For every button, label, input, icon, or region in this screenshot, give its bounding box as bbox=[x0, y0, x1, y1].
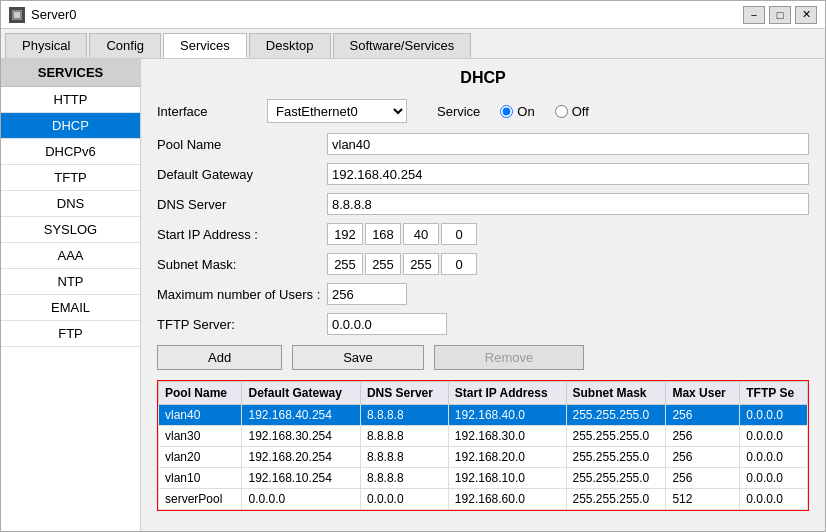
service-section: Service On Off bbox=[437, 104, 589, 119]
table-row[interactable]: serverPool0.0.0.00.0.0.0192.168.60.0255.… bbox=[159, 489, 808, 510]
col-max-user: Max User bbox=[666, 382, 740, 405]
cell-tftp_server: 0.0.0.0 bbox=[740, 468, 808, 489]
start-ip-field-4[interactable] bbox=[441, 223, 477, 245]
tab-services[interactable]: Services bbox=[163, 33, 247, 58]
subnet-mask-fields bbox=[327, 253, 477, 275]
sidebar-item-syslog[interactable]: SYSLOG bbox=[1, 217, 140, 243]
main-content: SERVICES HTTP DHCP DHCPv6 TFTP DNS SYSLO… bbox=[1, 59, 825, 531]
subnet-mask-field-2[interactable] bbox=[365, 253, 401, 275]
interface-service-row: Interface FastEthernet0 Service On Off bbox=[157, 99, 809, 123]
tab-software-services[interactable]: Software/Services bbox=[333, 33, 472, 58]
maximize-button[interactable]: □ bbox=[769, 6, 791, 24]
sidebar-item-ntp[interactable]: NTP bbox=[1, 269, 140, 295]
sidebar-item-dhcpv6[interactable]: DHCPv6 bbox=[1, 139, 140, 165]
window-controls: − □ ✕ bbox=[743, 6, 817, 24]
tab-physical[interactable]: Physical bbox=[5, 33, 87, 58]
sidebar-item-http[interactable]: HTTP bbox=[1, 87, 140, 113]
service-on-option[interactable]: On bbox=[500, 104, 534, 119]
cell-start_ip: 192.168.10.0 bbox=[448, 468, 566, 489]
interface-select[interactable]: FastEthernet0 bbox=[267, 99, 407, 123]
main-window: Server0 − □ ✕ Physical Config Services D… bbox=[0, 0, 826, 532]
cell-pool_name: vlan20 bbox=[159, 447, 242, 468]
minimize-button[interactable]: − bbox=[743, 6, 765, 24]
remove-button[interactable]: Remove bbox=[434, 345, 584, 370]
col-start-ip: Start IP Address bbox=[448, 382, 566, 405]
cell-tftp_server: 0.0.0.0 bbox=[740, 405, 808, 426]
cell-dns_server: 0.0.0.0 bbox=[360, 489, 448, 510]
svg-rect-1 bbox=[14, 12, 20, 18]
cell-dns_server: 8.8.8.8 bbox=[360, 405, 448, 426]
col-default-gateway: Default Gateway bbox=[242, 382, 360, 405]
cell-max_user: 256 bbox=[666, 426, 740, 447]
start-ip-field-1[interactable] bbox=[327, 223, 363, 245]
subnet-mask-field-3[interactable] bbox=[403, 253, 439, 275]
cell-default_gateway: 192.168.30.254 bbox=[242, 426, 360, 447]
button-row: Add Save Remove bbox=[157, 345, 809, 370]
tftp-server-input[interactable] bbox=[327, 313, 447, 335]
table-body: vlan40192.168.40.2548.8.8.8192.168.40.02… bbox=[159, 405, 808, 510]
max-users-input[interactable] bbox=[327, 283, 407, 305]
dns-server-input[interactable] bbox=[327, 193, 809, 215]
pool-name-label: Pool Name bbox=[157, 137, 327, 152]
pool-name-input[interactable] bbox=[327, 133, 809, 155]
sidebar-item-email[interactable]: EMAIL bbox=[1, 295, 140, 321]
table-row[interactable]: vlan30192.168.30.2548.8.8.8192.168.30.02… bbox=[159, 426, 808, 447]
sidebar-header: SERVICES bbox=[1, 59, 140, 87]
dns-server-row: DNS Server bbox=[157, 193, 809, 215]
max-users-label: Maximum number of Users : bbox=[157, 287, 327, 302]
service-off-radio[interactable] bbox=[555, 105, 568, 118]
table-row[interactable]: vlan40192.168.40.2548.8.8.8192.168.40.02… bbox=[159, 405, 808, 426]
start-ip-field-3[interactable] bbox=[403, 223, 439, 245]
title-bar: Server0 − □ ✕ bbox=[1, 1, 825, 29]
cell-default_gateway: 192.168.40.254 bbox=[242, 405, 360, 426]
cell-max_user: 256 bbox=[666, 468, 740, 489]
cell-max_user: 256 bbox=[666, 405, 740, 426]
sidebar-item-ftp[interactable]: FTP bbox=[1, 321, 140, 347]
sidebar-item-dns[interactable]: DNS bbox=[1, 191, 140, 217]
dhcp-table: Pool Name Default Gateway DNS Server Sta… bbox=[158, 381, 808, 510]
subnet-mask-field-1[interactable] bbox=[327, 253, 363, 275]
cell-default_gateway: 0.0.0.0 bbox=[242, 489, 360, 510]
dns-server-label: DNS Server bbox=[157, 197, 327, 212]
cell-start_ip: 192.168.60.0 bbox=[448, 489, 566, 510]
col-pool-name: Pool Name bbox=[159, 382, 242, 405]
tftp-server-row: TFTP Server: bbox=[157, 313, 809, 335]
tab-desktop[interactable]: Desktop bbox=[249, 33, 331, 58]
dhcp-panel: DHCP Interface FastEthernet0 Service On … bbox=[141, 59, 825, 531]
service-off-label: Off bbox=[572, 104, 589, 119]
cell-start_ip: 192.168.40.0 bbox=[448, 405, 566, 426]
cell-subnet_mask: 255.255.255.0 bbox=[566, 405, 666, 426]
app-icon bbox=[9, 7, 25, 23]
default-gateway-input[interactable] bbox=[327, 163, 809, 185]
service-on-label: On bbox=[517, 104, 534, 119]
start-ip-field-2[interactable] bbox=[365, 223, 401, 245]
cell-pool_name: vlan30 bbox=[159, 426, 242, 447]
service-off-option[interactable]: Off bbox=[555, 104, 589, 119]
sidebar-item-dhcp[interactable]: DHCP bbox=[1, 113, 140, 139]
cell-start_ip: 192.168.20.0 bbox=[448, 447, 566, 468]
table-row[interactable]: vlan10192.168.10.2548.8.8.8192.168.10.02… bbox=[159, 468, 808, 489]
cell-tftp_server: 0.0.0.0 bbox=[740, 489, 808, 510]
sidebar-item-aaa[interactable]: AAA bbox=[1, 243, 140, 269]
sidebar-item-tftp[interactable]: TFTP bbox=[1, 165, 140, 191]
tab-config[interactable]: Config bbox=[89, 33, 161, 58]
cell-subnet_mask: 255.255.255.0 bbox=[566, 447, 666, 468]
tftp-server-label: TFTP Server: bbox=[157, 317, 327, 332]
cell-dns_server: 8.8.8.8 bbox=[360, 468, 448, 489]
subnet-mask-field-4[interactable] bbox=[441, 253, 477, 275]
dhcp-table-container: Pool Name Default Gateway DNS Server Sta… bbox=[157, 380, 809, 511]
cell-default_gateway: 192.168.20.254 bbox=[242, 447, 360, 468]
cell-subnet_mask: 255.255.255.0 bbox=[566, 489, 666, 510]
table-row[interactable]: vlan20192.168.20.2548.8.8.8192.168.20.02… bbox=[159, 447, 808, 468]
cell-default_gateway: 192.168.10.254 bbox=[242, 468, 360, 489]
close-button[interactable]: ✕ bbox=[795, 6, 817, 24]
save-button[interactable]: Save bbox=[292, 345, 424, 370]
service-on-radio[interactable] bbox=[500, 105, 513, 118]
start-ip-label: Start IP Address : bbox=[157, 227, 327, 242]
max-users-row: Maximum number of Users : bbox=[157, 283, 809, 305]
add-button[interactable]: Add bbox=[157, 345, 282, 370]
panel-title: DHCP bbox=[157, 69, 809, 87]
cell-dns_server: 8.8.8.8 bbox=[360, 426, 448, 447]
cell-pool_name: vlan10 bbox=[159, 468, 242, 489]
col-subnet-mask: Subnet Mask bbox=[566, 382, 666, 405]
